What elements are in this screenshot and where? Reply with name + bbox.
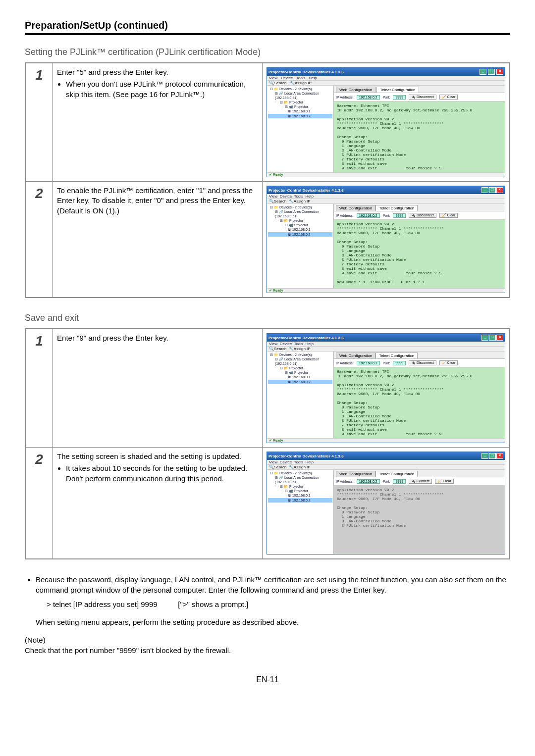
- tree-folder[interactable]: ⊟ 📂 Projector: [268, 100, 332, 104]
- minimize-icon[interactable]: _: [480, 69, 486, 75]
- minimize-icon[interactable]: _: [482, 187, 488, 193]
- tab-telnet-config[interactable]: Telnet Configuration: [375, 471, 418, 477]
- tab-telnet-config[interactable]: Telnet Configuration: [376, 87, 419, 93]
- menu-device[interactable]: Device: [280, 342, 292, 346]
- tab-telnet-config[interactable]: Telnet Configuration: [375, 353, 418, 358]
- terminal-output-shaded: Application version V9.2 ***************…: [334, 486, 505, 554]
- tab-web-config[interactable]: Web Configuration: [336, 205, 375, 211]
- tree-ip-1[interactable]: 192.168.0.1: [292, 228, 311, 231]
- clear-button[interactable]: 🧹 Clear: [439, 360, 458, 365]
- ip-input[interactable]: 192.168.0.2: [357, 479, 380, 484]
- menu-tools[interactable]: Tools: [296, 76, 306, 80]
- connect-button[interactable]: 🔌 Connect: [409, 479, 432, 484]
- menu-view[interactable]: View: [269, 76, 277, 80]
- toolbar-search[interactable]: Search: [274, 199, 286, 203]
- menu-device[interactable]: Device: [281, 76, 293, 80]
- tree-ip-2-selected[interactable]: 192.168.0.2: [292, 380, 311, 384]
- screenshot-cell: Projector-Control DeviceInstaller 4.1.3.…: [263, 448, 510, 559]
- steps-table-1: 1 Enter "5" and press the Enter key. Whe…: [25, 62, 510, 298]
- app-title: Projector-Control DeviceInstaller 4.1.3.…: [268, 336, 344, 340]
- toolbar-assign-ip[interactable]: Assign IP: [294, 465, 311, 469]
- tab-web-config[interactable]: Web Configuration: [336, 87, 375, 93]
- tree-root-label[interactable]: Devices - 2 device(s): [279, 205, 312, 209]
- menu-help[interactable]: Help: [309, 76, 317, 80]
- tree-ip-2-selected[interactable]: 🖥 192.168.0.2: [268, 114, 332, 118]
- toolbar-assign-ip[interactable]: Assign IP: [294, 199, 311, 203]
- tree-folder-label[interactable]: Projector: [289, 366, 303, 370]
- app-title: Projector-Control DeviceInstaller 4.1.3.…: [268, 454, 344, 458]
- maximize-icon[interactable]: □: [488, 69, 495, 75]
- port-input[interactable]: 9999: [393, 213, 406, 218]
- tree-lan-label[interactable]: Local Area Connection (192.168.0.51): [275, 476, 319, 484]
- terminal-output: Hardware: Ethernet TPI IP addr 192.168.0…: [334, 367, 505, 438]
- tree-ip-1[interactable]: 192.168.0.1: [292, 494, 311, 497]
- minimize-icon[interactable]: _: [482, 335, 488, 341]
- menu-tools[interactable]: Tools: [294, 460, 303, 464]
- step-number: 2: [25, 448, 53, 559]
- tree-ip-1[interactable]: 192.168.0.1: [292, 375, 311, 379]
- menu-tools[interactable]: Tools: [294, 342, 303, 346]
- toolbar-search[interactable]: Search: [274, 347, 286, 351]
- maximize-icon[interactable]: □: [489, 335, 496, 341]
- port-input[interactable]: 9999: [393, 479, 406, 484]
- tree-folder-label[interactable]: Projector: [289, 219, 303, 222]
- step-number: 2: [25, 182, 53, 298]
- clear-button[interactable]: 🧹 Clear: [439, 213, 458, 218]
- tree-root-label[interactable]: Devices - 2 device(s): [279, 353, 312, 356]
- close-icon[interactable]: ×: [496, 187, 503, 193]
- disconnect-button[interactable]: 🔌 Disconnect: [409, 213, 436, 218]
- toolbar-assign-ip[interactable]: Assign IP: [295, 81, 312, 85]
- divider: [25, 33, 510, 35]
- steps-table-2: 1 Enter "9" and press the Enter key. Pro…: [25, 328, 510, 559]
- subheading-2: Save and exit: [25, 313, 510, 323]
- note-bullet: Because the password, display language, …: [36, 574, 510, 595]
- menu-tools[interactable]: Tools: [294, 194, 303, 199]
- tree-ip-2-selected[interactable]: 192.168.0.2: [292, 499, 311, 502]
- disconnect-button[interactable]: 🔌 Disconnect: [409, 360, 436, 365]
- tree-device[interactable]: ⊟ 📹 Projector: [268, 104, 332, 109]
- tree-lan-label[interactable]: Local Area Connection (192.168.0.51): [275, 357, 319, 365]
- ip-input[interactable]: 192.168.0.2: [357, 95, 380, 100]
- tree-lan[interactable]: ⊟ 🔗 Local Area Connection (192.168.0.51): [268, 91, 332, 100]
- close-icon[interactable]: ×: [496, 453, 503, 459]
- tab-telnet-config[interactable]: Telnet Configuration: [375, 205, 418, 211]
- tree-folder-label[interactable]: Projector: [289, 485, 303, 488]
- minimize-icon[interactable]: _: [482, 453, 488, 459]
- tree-root[interactable]: ⊟ 📁 Devices - 2 device(s): [268, 87, 332, 91]
- menu-help[interactable]: Help: [306, 460, 314, 464]
- menu-view[interactable]: View: [269, 342, 277, 346]
- menu-device[interactable]: Device: [280, 460, 292, 464]
- tree-device-label[interactable]: Projector: [294, 489, 308, 493]
- tree-ip-1[interactable]: 🖥 192.168.0.1: [268, 109, 332, 113]
- disconnect-button[interactable]: 🔌 Disconnect: [409, 95, 436, 100]
- toolbar-assign-ip[interactable]: Assign IP: [294, 347, 311, 351]
- tree-lan-label[interactable]: Local Area Connection (192.168.0.51): [275, 210, 319, 218]
- menu-help[interactable]: Help: [306, 194, 314, 199]
- tab-web-config[interactable]: Web Configuration: [336, 353, 375, 358]
- tree-ip-2-selected[interactable]: 192.168.0.2: [292, 233, 311, 236]
- port-input[interactable]: 9999: [393, 361, 406, 365]
- tree-root-label[interactable]: Devices - 2 device(s): [279, 471, 312, 475]
- menu-view[interactable]: View: [269, 194, 277, 199]
- tree-device-label[interactable]: Projector: [294, 371, 308, 374]
- port-label: Port:: [383, 361, 390, 365]
- menu-device[interactable]: Device: [280, 194, 292, 199]
- screenshot-cell: Projector-Control DeviceInstaller 4.1.3.…: [263, 182, 510, 298]
- status-bar: ✔ Ready: [267, 172, 505, 177]
- ip-input[interactable]: 192.168.0.2: [357, 213, 380, 218]
- ip-label: IP Address:: [336, 480, 354, 483]
- maximize-icon[interactable]: □: [489, 187, 496, 193]
- menu-help[interactable]: Help: [306, 342, 314, 346]
- close-icon[interactable]: ×: [496, 335, 503, 341]
- clear-button[interactable]: 🧹 Clear: [439, 95, 458, 100]
- port-input[interactable]: 9999: [393, 95, 406, 100]
- menu-view[interactable]: View: [269, 460, 277, 464]
- toolbar-search[interactable]: Search: [274, 81, 286, 85]
- tab-web-config[interactable]: Web Configuration: [336, 471, 375, 477]
- maximize-icon[interactable]: □: [489, 453, 496, 459]
- ip-input[interactable]: 192.168.0.2: [357, 361, 380, 365]
- tree-device-label[interactable]: Projector: [294, 223, 308, 227]
- clear-button[interactable]: 🧹 Clear: [435, 479, 454, 484]
- close-icon[interactable]: ×: [496, 69, 503, 75]
- toolbar-search[interactable]: Search: [274, 465, 286, 469]
